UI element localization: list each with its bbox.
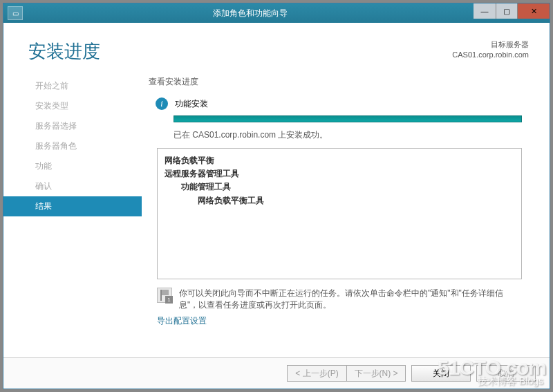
close-window-button[interactable]: ✕ (518, 3, 550, 19)
next-button: 下一步(N) > (346, 365, 406, 382)
step-server-roles: 服务器角色 (3, 136, 142, 156)
main-area: 开始之前 安装类型 服务器选择 服务器角色 功能 确认 结果 查看安装进度 i … (3, 69, 550, 357)
success-message: 已在 CAS01.corp.robin.com 上安装成功。 (174, 129, 529, 141)
target-server-label: 目标服务器 (452, 39, 529, 50)
system-menu-icon[interactable]: ▭ (8, 6, 23, 20)
status-line: i 功能安装 (149, 97, 529, 110)
nav-button-group: < 上一步(P) 下一步(N) > (287, 365, 406, 382)
window-body: 安装进度 目标服务器 CAS01.corp.robin.com 开始之前 安装类… (3, 23, 550, 389)
step-features: 功能 (3, 156, 142, 176)
installed-features-box: 网络负载平衡 远程服务器管理工具 功能管理工具 网络负载平衡工具 (157, 148, 522, 279)
wizard-window: ▭ 添加角色和功能向导 — ▢ ✕ 安装进度 目标服务器 CAS01.corp.… (3, 3, 550, 389)
content-heading: 查看安装进度 (149, 76, 529, 88)
feature-item: 网络负载平衡工具 (165, 194, 514, 207)
target-server-value: CAS01.corp.robin.com (452, 50, 529, 60)
status-text: 功能安装 (175, 98, 208, 110)
step-before-begin: 开始之前 (3, 76, 142, 96)
maximize-button[interactable]: ▢ (496, 3, 518, 19)
minimize-button[interactable]: — (474, 3, 496, 19)
previous-button: < 上一步(P) (287, 365, 346, 382)
window-controls: — ▢ ✕ (474, 3, 550, 23)
export-config-link[interactable]: 导出配置设置 (157, 315, 529, 327)
titlebar[interactable]: ▭ 添加角色和功能向导 — ▢ ✕ (3, 3, 550, 23)
wizard-steps-sidebar: 开始之前 安装类型 服务器选择 服务器角色 功能 确认 结果 (3, 69, 142, 357)
step-confirm: 确认 (3, 176, 142, 196)
step-results[interactable]: 结果 (3, 196, 142, 216)
feature-item: 远程服务器管理工具 (165, 167, 514, 180)
step-server-select: 服务器选择 (3, 116, 142, 136)
note-badge-icon: 1 (165, 296, 173, 304)
cancel-button: 取消 (476, 365, 536, 382)
step-install-type: 安装类型 (3, 96, 142, 116)
close-button[interactable]: 关闭 (411, 365, 471, 382)
info-icon: i (156, 97, 168, 110)
feature-item: 网络负载平衡 (165, 154, 514, 167)
header-row: 安装进度 目标服务器 CAS01.corp.robin.com (3, 23, 550, 69)
window-title: 添加角色和功能向导 (27, 8, 474, 19)
content-panel: 查看安装进度 i 功能安装 已在 CAS01.corp.robin.com 上安… (142, 69, 550, 357)
target-server-box: 目标服务器 CAS01.corp.robin.com (452, 39, 529, 61)
note-row: 1 你可以关闭此向导而不中断正在运行的任务。请依次单击命令栏中的"通知"和"任务… (157, 288, 522, 311)
feature-item: 功能管理工具 (165, 180, 514, 194)
page-title: 安装进度 (28, 39, 452, 64)
progress-bar (174, 115, 522, 122)
footer-buttons: < 上一步(P) 下一步(N) > 关闭 取消 (3, 357, 550, 389)
note-text: 你可以关闭此向导而不中断正在运行的任务。请依次单击命令栏中的"通知"和"任务详细… (179, 288, 522, 311)
